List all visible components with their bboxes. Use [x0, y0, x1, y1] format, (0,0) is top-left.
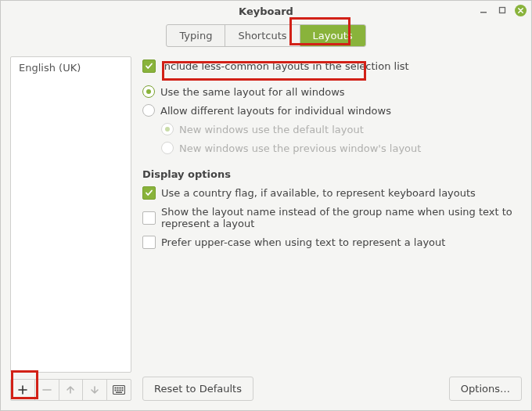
show-layout-name-checkbox[interactable]: [142, 211, 156, 225]
show-layout-name-row[interactable]: Show the layout name instead of the grou…: [142, 203, 522, 233]
tab-layouts[interactable]: Layouts: [300, 25, 365, 46]
add-layout-button[interactable]: [11, 380, 35, 400]
options-button[interactable]: Options…: [449, 377, 522, 401]
bottom-buttons: Reset to Defaults Options…: [142, 369, 522, 401]
layout-options-column: Include less-common layouts in the selec…: [142, 56, 522, 401]
prefer-upper-label: Prefer upper-case when using text to rep…: [161, 236, 445, 248]
svg-rect-9: [120, 390, 121, 391]
window-controls: [477, 4, 527, 16]
minimize-button[interactable]: [477, 4, 490, 16]
layout-list-column: English (UK): [10, 56, 131, 401]
prefer-upper-checkbox[interactable]: [142, 236, 156, 249]
svg-rect-6: [122, 388, 124, 389]
keyboard-settings-window: Keyboard Typing Shortcuts Layouts Englis…: [0, 0, 532, 411]
include-less-common-row[interactable]: Include less-common layouts in the selec…: [142, 56, 522, 76]
diff-layout-label: Allow different layouts for individual w…: [160, 105, 391, 117]
use-country-flag-checkbox[interactable]: [142, 186, 156, 200]
maximize-button[interactable]: [496, 4, 509, 16]
move-up-button[interactable]: [59, 380, 84, 400]
tab-typing[interactable]: Typing: [167, 25, 225, 46]
reset-defaults-button[interactable]: Reset to Defaults: [142, 377, 253, 401]
display-options-title: Display options: [142, 168, 522, 180]
svg-rect-11: [116, 392, 122, 394]
svg-rect-3: [115, 388, 117, 389]
use-country-flag-label: Use a country flag, if available, to rep…: [161, 187, 476, 199]
new-win-previous-row: New windows use the previous window's la…: [142, 139, 522, 157]
layout-toolbar: [10, 379, 131, 401]
include-less-common-checkbox[interactable]: [142, 59, 156, 73]
same-layout-radio[interactable]: [142, 85, 155, 98]
svg-rect-4: [117, 388, 119, 389]
include-less-common-label: Include less-common layouts in the selec…: [161, 60, 409, 72]
use-country-flag-row[interactable]: Use a country flag, if available, to rep…: [142, 183, 522, 203]
svg-rect-7: [115, 390, 117, 391]
preview-layout-button[interactable]: [107, 380, 131, 400]
svg-rect-1: [500, 8, 505, 13]
new-win-previous-label: New windows use the previous window's la…: [179, 142, 421, 154]
close-button[interactable]: [515, 5, 527, 16]
tab-bar: Typing Shortcuts Layouts: [1, 21, 531, 47]
new-win-previous-radio: [161, 142, 174, 154]
svg-rect-10: [122, 390, 124, 391]
diff-layout-radio[interactable]: [142, 104, 155, 117]
diff-layout-row[interactable]: Allow different layouts for individual w…: [142, 101, 522, 120]
new-win-default-radio: [161, 123, 174, 135]
same-layout-row[interactable]: Use the same layout for all windows: [142, 82, 522, 101]
svg-rect-5: [120, 388, 121, 389]
remove-layout-button[interactable]: [35, 380, 59, 400]
layout-list[interactable]: English (UK): [10, 56, 131, 373]
same-layout-label: Use the same layout for all windows: [160, 86, 345, 98]
tab-shortcuts[interactable]: Shortcuts: [225, 25, 300, 46]
move-down-button[interactable]: [83, 380, 107, 400]
titlebar: Keyboard: [1, 1, 531, 21]
show-layout-name-label: Show the layout name instead of the grou…: [161, 206, 522, 229]
prefer-upper-row[interactable]: Prefer upper-case when using text to rep…: [142, 233, 522, 252]
new-win-default-label: New windows use the default layout: [179, 124, 364, 135]
svg-rect-8: [117, 390, 119, 391]
svg-rect-0: [480, 12, 487, 13]
new-win-default-row: New windows use the default layout: [142, 120, 522, 139]
window-title: Keyboard: [239, 5, 293, 17]
layouts-panel: English (UK): [1, 47, 531, 410]
list-item[interactable]: English (UK): [11, 57, 131, 78]
